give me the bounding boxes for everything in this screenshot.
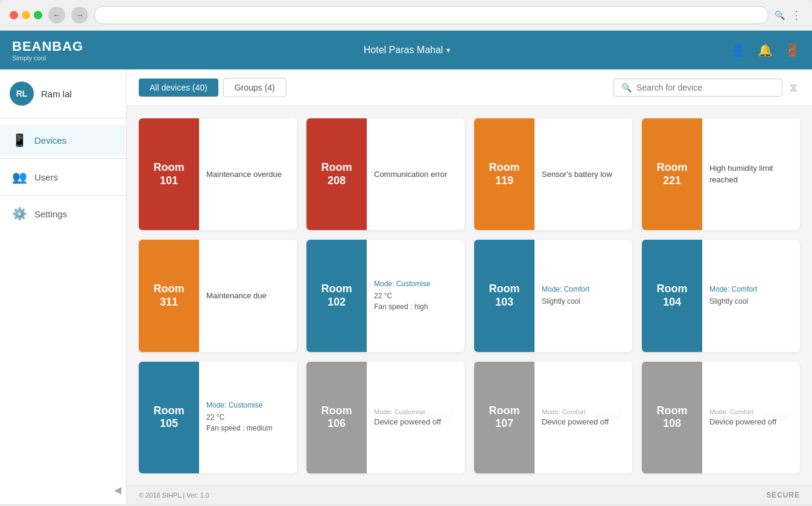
device-info: Mode: Customise 22 °C Fan speed : high <box>367 240 465 351</box>
device-mode: Mode: Customise <box>374 280 457 288</box>
user-name: Ram lal <box>41 89 72 99</box>
device-powered-off-status: Device powered off <box>709 417 793 426</box>
device-info: Simply cool Mode: Comfort Device powered… <box>702 362 800 473</box>
top-nav: BEANBAG Simply cool Hotel Paras Mahal ▾ … <box>0 31 812 69</box>
footer: © 2018 SIHPL | Ver: 1.0 SECURE <box>127 485 812 504</box>
search-area: 🔍 ⧖ <box>614 78 800 97</box>
device-info: Simply cool Mode: Comfort Device powered… <box>534 362 632 473</box>
room-color-block: Room 102 <box>306 240 367 351</box>
device-grid: Room 101 Maintenance overdue Room 208 <box>127 106 812 485</box>
room-color-block: Room 103 <box>474 240 534 351</box>
devices-icon: 📱 <box>12 133 27 147</box>
device-card-room-221[interactable]: Room 221 High humidity limit reached <box>642 118 800 230</box>
avatar: RL <box>10 82 34 106</box>
nav-items: 📱 Devices 👥 Users ⚙️ Settings <box>0 118 126 235</box>
tab-groups[interactable]: Groups (4) <box>223 78 287 97</box>
device-mode: Mode: Customise <box>206 401 290 409</box>
brand: BEANBAG Simply cool <box>12 39 83 62</box>
close-button[interactable] <box>10 11 18 19</box>
device-status: Communication error <box>374 169 457 180</box>
copyright-text: © 2018 SIHPL | Ver: 1.0 <box>139 492 209 499</box>
device-detail: 22 °C Fan speed : medium <box>206 412 290 434</box>
search-box: 🔍 <box>614 78 782 97</box>
device-info: Mode: Comfort Slightly cool <box>534 240 632 351</box>
device-info: Simply cool Mode: Customise Device power… <box>367 362 465 473</box>
main-layout: RL Ram lal 📱 Devices 👥 Users ⚙️ Settings <box>0 69 812 504</box>
settings-icon: ⚙️ <box>12 207 27 221</box>
minimize-button[interactable] <box>22 11 30 19</box>
browser-menu[interactable]: ⋮ <box>791 8 802 22</box>
device-powered-off-status: Device powered off <box>542 417 625 426</box>
room-color-block: Room 108 <box>642 362 702 473</box>
device-detail: Slightly cool <box>542 296 625 307</box>
divider <box>0 158 126 159</box>
device-mode: Mode: Comfort <box>542 285 625 293</box>
users-icon: 👥 <box>12 170 27 184</box>
app: BEANBAG Simply cool Hotel Paras Mahal ▾ … <box>0 31 812 504</box>
device-card-room-105[interactable]: Room 105 Mode: Customise 22 °C Fan speed… <box>139 362 297 473</box>
hotel-selector[interactable]: Hotel Paras Mahal ▾ <box>364 45 451 56</box>
device-card-room-101[interactable]: Room 101 Maintenance overdue <box>139 118 297 230</box>
device-info: Mode: Comfort Slightly cool <box>702 240 800 351</box>
sidebar-item-label-users: Users <box>34 172 58 182</box>
device-card-room-102[interactable]: Room 102 Mode: Customise 22 °C Fan speed… <box>306 240 465 351</box>
browser-chrome: ← → 🔍 ⋮ <box>0 0 812 31</box>
device-info: Communication error <box>367 118 465 230</box>
tabs-bar: All devices (40) Groups (4) 🔍 ⧖ <box>127 69 812 106</box>
brand-name: BEANBAG <box>12 39 83 54</box>
device-info: Sensor's battery low <box>534 118 632 230</box>
device-card-room-106[interactable]: Room 106 Simply cool Mode: Customise Dev… <box>306 362 465 473</box>
sidebar-collapse-button[interactable]: ◀ <box>0 476 126 504</box>
room-color-block: Room 107 <box>474 362 534 473</box>
device-info: Maintenance due <box>199 240 297 351</box>
tab-all-devices[interactable]: All devices (40) <box>139 78 218 97</box>
device-card-room-208[interactable]: Room 208 Communication error <box>306 118 465 230</box>
top-icons: 👤 🔔 🚪 <box>731 43 800 57</box>
device-status: Maintenance overdue <box>206 169 290 180</box>
sidebar-item-settings[interactable]: ⚙️ Settings <box>0 198 126 229</box>
device-status: Maintenance due <box>206 290 290 301</box>
device-card-room-104[interactable]: Room 104 Mode: Comfort Slightly cool <box>642 240 800 351</box>
device-mode-label: Mode: Customise <box>374 408 457 415</box>
device-info: Mode: Customise 22 °C Fan speed : medium <box>199 362 297 473</box>
device-card-room-108[interactable]: Room 108 Simply cool Mode: Comfort Devic… <box>642 362 800 473</box>
sidebar-item-label-devices: Devices <box>34 135 66 146</box>
hotel-name: Hotel Paras Mahal <box>364 45 443 56</box>
traffic-lights <box>10 11 42 19</box>
device-info: Maintenance overdue <box>199 118 297 230</box>
filter-icon[interactable]: ⧖ <box>787 79 800 97</box>
device-card-room-119[interactable]: Room 119 Sensor's battery low <box>474 118 632 230</box>
device-detail: Slightly cool <box>709 296 793 307</box>
bell-icon[interactable]: 🔔 <box>758 43 773 57</box>
sidebar-item-users[interactable]: 👥 Users <box>0 161 126 193</box>
device-card-room-107[interactable]: Room 107 Simply cool Mode: Comfort Devic… <box>474 362 632 473</box>
sidebar: RL Ram lal 📱 Devices 👥 Users ⚙️ Settings <box>0 69 127 504</box>
device-info: High humidity limit reached <box>702 118 800 230</box>
room-color-block: Room 105 <box>139 362 199 473</box>
back-button[interactable]: ← <box>48 7 65 24</box>
forward-button[interactable]: → <box>71 7 88 24</box>
sidebar-item-devices[interactable]: 📱 Devices <box>0 124 126 156</box>
room-color-block: Room 106 <box>306 362 367 473</box>
address-bar[interactable] <box>94 6 769 24</box>
room-color-block: Room 208 <box>306 118 367 230</box>
device-powered-off-status: Device powered off <box>374 417 457 426</box>
logout-icon[interactable]: 🚪 <box>785 43 800 57</box>
room-color-block: Room 101 <box>139 118 199 230</box>
maximize-button[interactable] <box>34 11 42 19</box>
browser-search-icon: 🔍 <box>775 10 785 20</box>
brand-tagline: Simply cool <box>12 54 83 62</box>
device-mode-label: Mode: Comfort <box>542 408 625 415</box>
room-color-block: Room 119 <box>474 118 534 230</box>
device-card-room-103[interactable]: Room 103 Mode: Comfort Slightly cool <box>474 240 632 351</box>
user-section: RL Ram lal <box>0 69 126 118</box>
sidebar-item-label-settings: Settings <box>34 209 67 219</box>
device-detail: 22 °C Fan speed : high <box>374 290 457 312</box>
device-card-room-311[interactable]: Room 311 Maintenance due <box>139 240 297 351</box>
divider-2 <box>0 195 126 196</box>
device-mode-label: Mode: Comfort <box>709 408 793 415</box>
room-color-block: Room 104 <box>642 240 702 351</box>
room-color-block: Room 311 <box>139 240 199 351</box>
search-input[interactable] <box>636 83 775 92</box>
user-icon[interactable]: 👤 <box>731 43 746 57</box>
